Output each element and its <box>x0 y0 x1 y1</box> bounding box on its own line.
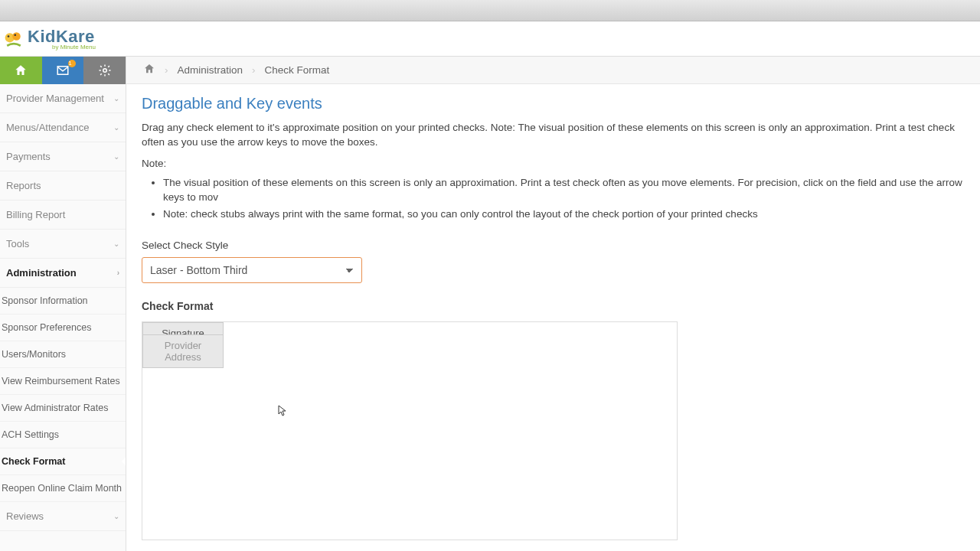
chevron-down-icon: ⌄ <box>113 240 119 248</box>
select-check-style-label: Select Check Style <box>142 240 965 251</box>
sidebar-item-label: View Administrator Rates <box>2 403 108 413</box>
sidebar-item-label: Reports <box>6 180 41 191</box>
sidebar-item-view-administrator-rates[interactable]: View Administrator Rates <box>0 395 126 422</box>
note-label: Note: <box>142 158 965 169</box>
sidebar-item-label: Provider Management <box>6 93 104 104</box>
sidebar-section-payments[interactable]: Payments ⌄ <box>0 142 126 171</box>
sidebar-section-provider-management[interactable]: Provider Management ⌄ <box>0 84 126 113</box>
breadcrumb: › Administration › Check Format <box>126 57 980 84</box>
window-chrome-strip <box>0 0 980 21</box>
sidebar-item-check-format[interactable]: Check Format <box>0 448 126 475</box>
home-icon <box>143 63 155 75</box>
check-element-provider-address[interactable]: Provider Address <box>142 334 224 368</box>
page-title: Draggable and Key events <box>142 95 965 112</box>
sidebar-item-label: Menus/Attendance <box>6 122 89 133</box>
check-format-label: Check Format <box>142 300 965 312</box>
breadcrumb-current: Check Format <box>265 64 330 76</box>
breadcrumb-administration[interactable]: Administration <box>178 64 243 76</box>
chevron-down-icon: ⌄ <box>113 512 119 520</box>
svg-point-4 <box>103 69 106 73</box>
envelope-icon <box>56 64 70 77</box>
sidebar-section-menus-attendance[interactable]: Menus/Attendance ⌄ <box>0 113 126 142</box>
messages-button[interactable]: 1 <box>42 57 84 84</box>
logo-bar: KidKare by Minute Menu <box>0 21 980 57</box>
chevron-down-icon: ⌄ <box>113 152 119 161</box>
sidebar-item-ach-settings[interactable]: ACH Settings <box>0 422 126 448</box>
sidebar-item-label: Administration <box>6 267 77 279</box>
sidebar-item-label: Sponsor Information <box>2 295 88 306</box>
sidebar-item-label: Users/Monitors <box>2 349 66 360</box>
sidebar-item-label: Tools <box>6 238 29 249</box>
chevron-down-icon: ⌄ <box>113 94 119 103</box>
sidebar-item-label: ACH Settings <box>2 429 59 440</box>
sidebar-section-reports[interactable]: Reports <box>0 171 126 201</box>
mouse-cursor-icon <box>278 405 287 417</box>
svg-point-3 <box>14 34 16 36</box>
sidebar: 1 Provider Management ⌄ Menus/Attendance… <box>0 57 126 551</box>
sidebar-item-view-reimbursement-rates[interactable]: View Reimbursement Rates <box>0 368 126 395</box>
sidebar-item-reopen-online-claim-month[interactable]: Reopen Online Claim Month <box>0 475 126 502</box>
chevron-down-icon: ⌄ <box>113 123 119 132</box>
sidebar-item-label: Reviews <box>6 510 44 522</box>
sidebar-item-label: Sponsor Preferences <box>2 322 91 333</box>
messages-badge: 1 <box>68 60 76 67</box>
gear-icon <box>98 64 112 77</box>
page-content: Draggable and Key events Drag any check … <box>126 84 980 551</box>
logo-subtext: by Minute Menu <box>52 44 96 51</box>
breadcrumb-separator: › <box>252 64 256 76</box>
sidebar-section-administration[interactable]: Administration › <box>0 259 126 288</box>
sidebar-item-label: Payments <box>6 151 51 162</box>
check-format-canvas[interactable]: Signature Provider Address <box>142 321 678 540</box>
sidebar-item-users-monitors[interactable]: Users/Monitors <box>0 341 126 368</box>
home-button[interactable] <box>0 57 42 84</box>
note-item: Note: check stubs always print with the … <box>163 207 965 222</box>
page-intro: Drag any check element to it's approxima… <box>142 120 965 150</box>
sidebar-scroll[interactable]: Provider Management ⌄ Menus/Attendance ⌄… <box>0 84 126 551</box>
kidkare-logo-icon <box>3 28 24 50</box>
sidebar-item-label: Check Format <box>2 456 65 467</box>
home-icon <box>14 64 28 77</box>
sidebar-item-label: View Reimbursement Rates <box>2 376 120 386</box>
app-logo[interactable]: KidKare by Minute Menu <box>3 27 96 51</box>
sidebar-icon-bar: 1 <box>0 57 126 84</box>
note-list: The visual position of these elements on… <box>142 175 965 222</box>
main-panel: › Administration › Check Format Draggabl… <box>126 57 980 551</box>
chevron-right-icon: › <box>117 269 119 277</box>
sidebar-section-billing-report[interactable]: Billing Report <box>0 201 126 230</box>
sidebar-item-label: Reopen Online Claim Month <box>2 483 122 494</box>
sidebar-item-sponsor-preferences[interactable]: Sponsor Preferences <box>0 315 126 341</box>
sidebar-item-sponsor-information[interactable]: Sponsor Information <box>0 288 126 315</box>
breadcrumb-separator: › <box>165 64 168 76</box>
sidebar-section-reviews[interactable]: Reviews ⌄ <box>0 502 126 531</box>
sidebar-section-tools[interactable]: Tools ⌄ <box>0 230 126 259</box>
sidebar-item-label: Billing Report <box>6 209 65 220</box>
breadcrumb-home[interactable] <box>143 63 155 77</box>
settings-button[interactable] <box>83 57 126 84</box>
svg-point-1 <box>12 32 21 41</box>
svg-point-2 <box>8 35 10 37</box>
check-style-select[interactable]: Laser - Bottom Third <box>142 257 362 283</box>
note-item: The visual position of these elements on… <box>163 175 965 205</box>
